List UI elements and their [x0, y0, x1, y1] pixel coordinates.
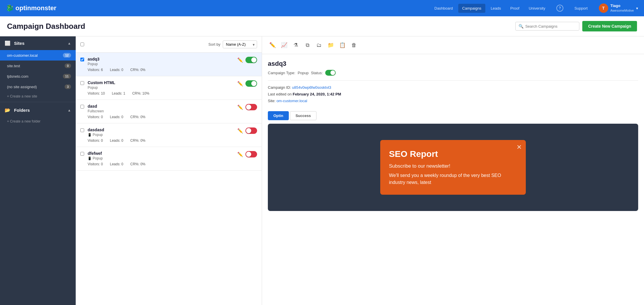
nav-link-dashboard[interactable]: Dashboard: [430, 4, 457, 13]
page-title: Campaign Dashboard: [7, 22, 85, 31]
campaign-leads: Leads: 0: [110, 139, 123, 143]
sidebar-item-badge: 0: [65, 63, 71, 68]
nav-link-campaigns[interactable]: Campaigns: [458, 4, 486, 13]
detail-info: asdq3 Campaign Type: Popup Status: Campa…: [262, 54, 644, 111]
sidebar-item-_no_site_assigned_[interactable]: (no site assigned)3: [0, 81, 76, 92]
user-menu[interactable]: T Tiago AwesomeMotive ▾: [599, 3, 638, 13]
campaign-name: dasdasd: [88, 127, 234, 132]
chevron-down-icon: ▾: [636, 6, 638, 10]
campaign-row[interactable]: dfefwef 📱 Popup Visitors: 0 Leads: 0 CR%…: [76, 147, 262, 171]
campaign-toggle[interactable]: [245, 151, 257, 157]
campaign-checkbox[interactable]: [80, 152, 84, 156]
select-all-checkbox[interactable]: [80, 42, 84, 46]
campaign-checkbox[interactable]: [80, 128, 84, 132]
campaign-name: Custom HTML: [88, 80, 234, 85]
export-toolbar-icon[interactable]: 📋: [338, 40, 347, 50]
campaign-info: dasd Fullscreen Visitors: 0 Leads: 0 CR%…: [88, 104, 234, 119]
filter-toolbar-icon[interactable]: ⚗: [291, 40, 300, 50]
campaign-toggle[interactable]: [245, 104, 257, 110]
campaign-edit-icon[interactable]: ✏️: [237, 128, 243, 134]
sites-icon: ⬜: [5, 41, 10, 46]
sidebar-divider: [0, 102, 76, 102]
toggle-knob: [251, 57, 256, 63]
campaign-row[interactable]: dasdasd 📱 Popup Visitors: 0 Leads: 0 CR%…: [76, 123, 262, 147]
sites-section-header[interactable]: ⬜ Sites ▲: [0, 36, 76, 50]
campaign-visitors: Visitors: 0: [88, 139, 103, 143]
create-site-link[interactable]: + Create a new site: [0, 92, 76, 101]
search-input[interactable]: [525, 24, 576, 29]
campaign-type: Popup: [88, 86, 234, 90]
detail-status-toggle[interactable]: [325, 70, 336, 76]
campaign-edit-icon[interactable]: ✏️: [237, 104, 243, 110]
logo-text: optinmonster: [15, 4, 56, 12]
nav-link-leads[interactable]: Leads: [486, 4, 505, 13]
campaign-toggle[interactable]: [245, 127, 257, 134]
toggle-knob: [246, 128, 251, 133]
campaign-stats: Visitors: 10 Leads: 1 CR%: 10%: [88, 91, 234, 95]
create-folder-link[interactable]: + Create a new folder: [0, 117, 76, 126]
tab-optin[interactable]: Optin: [268, 111, 289, 120]
logo[interactable]: 🐉 optinmonster: [6, 4, 56, 12]
sort-select[interactable]: Name (A-Z) Name (Z-A) Date Created Last …: [223, 40, 257, 48]
campaign-edit-icon[interactable]: ✏️: [237, 152, 243, 157]
support-link[interactable]: Support: [570, 4, 592, 13]
detail-site-link[interactable]: om-customer.local: [277, 99, 307, 103]
campaign-list: asdq3 Popup Visitors: 6 Leads: 0 CR%: 0%…: [76, 53, 262, 171]
campaign-row[interactable]: dasd Fullscreen Visitors: 0 Leads: 0 CR%…: [76, 100, 262, 123]
sidebar-item-badge: 12: [63, 53, 71, 58]
campaign-checkbox[interactable]: [80, 105, 84, 109]
sidebar-item-tjdsneto_com[interactable]: tjdsneto.com11: [0, 71, 76, 81]
campaign-toggle[interactable]: [245, 80, 257, 87]
page-header: Campaign Dashboard 🔍 Create New Campaign: [0, 16, 644, 36]
detail-panel: ✏️📈⚗⧉🗂📁📋🗑 asdq3 Campaign Type: Popup Sta…: [262, 36, 644, 305]
campaign-leads: Leads: 0: [110, 68, 123, 72]
create-campaign-button[interactable]: Create New Campaign: [582, 21, 637, 31]
campaign-name: dfefwef: [88, 151, 234, 156]
tab-success[interactable]: Success: [290, 111, 316, 120]
analytics-toolbar-icon[interactable]: 📈: [279, 40, 289, 50]
campaign-checkbox[interactable]: [80, 81, 84, 85]
sort-bar: Sort by Name (A-Z) Name (Z-A) Date Creat…: [76, 36, 262, 53]
search-icon: 🔍: [519, 24, 523, 29]
nav-link-university[interactable]: University: [525, 4, 549, 13]
toggle-knob: [246, 152, 251, 157]
preview-close-icon[interactable]: ✕: [516, 143, 522, 151]
campaign-info: asdq3 Popup Visitors: 6 Leads: 0 CR%: 0%: [88, 57, 234, 72]
folders-section-header[interactable]: 📂 Folders ▲: [0, 103, 76, 117]
toggle-knob: [246, 104, 251, 110]
user-company: AwesomeMotive: [611, 8, 634, 13]
campaign-info: Custom HTML Popup Visitors: 10 Leads: 1 …: [88, 80, 234, 95]
campaign-stats: Visitors: 0 Leads: 0 CR%: 0%: [88, 162, 234, 166]
folders-icon: 📂: [5, 108, 10, 113]
nav-link-proof[interactable]: Proof: [506, 4, 523, 13]
detail-id-link[interactable]: u854v0wp6fw0sosktvt3: [292, 85, 331, 90]
sidebar-item-label: om-customer.local: [7, 53, 38, 58]
user-name: Tiago: [611, 3, 634, 8]
move-toolbar-icon[interactable]: 📁: [326, 40, 335, 50]
user-info: Tiago AwesomeMotive: [611, 3, 634, 13]
campaign-edit-icon[interactable]: ✏️: [237, 57, 243, 63]
campaign-leads: Leads: 0: [110, 162, 123, 166]
campaign-stats: Visitors: 0 Leads: 0 CR%: 0%: [88, 115, 234, 119]
archive-toolbar-icon[interactable]: 🗂: [314, 40, 324, 50]
sort-select-wrapper: Name (A-Z) Name (Z-A) Date Created Last …: [223, 40, 257, 48]
sites-chevron-icon: ▲: [68, 41, 71, 45]
help-button[interactable]: ?: [556, 5, 563, 12]
delete-toolbar-icon[interactable]: 🗑: [349, 40, 359, 50]
campaign-checkbox[interactable]: [80, 58, 84, 61]
detail-toolbar: ✏️📈⚗⧉🗂📁📋🗑: [262, 36, 644, 54]
detail-id-field: Campaign ID: u854v0wp6fw0sosktvt3: [268, 85, 638, 90]
copy-toolbar-icon[interactable]: ⧉: [303, 40, 312, 50]
preview-body: We'll send you a weekly roundup of the v…: [389, 172, 517, 186]
campaign-visitors: Visitors: 6: [88, 68, 103, 72]
preview-title: SEO Report: [389, 149, 517, 159]
sidebar: ⬜ Sites ▲ om-customer.local12site.test0t…: [0, 36, 76, 305]
campaign-row[interactable]: asdq3 Popup Visitors: 6 Leads: 0 CR%: 0%…: [76, 53, 262, 76]
campaign-edit-icon[interactable]: ✏️: [237, 81, 243, 86]
edit-toolbar-icon[interactable]: ✏️: [268, 40, 277, 50]
sidebar-item-site_test[interactable]: site.test0: [0, 61, 76, 71]
campaign-row[interactable]: Custom HTML Popup Visitors: 10 Leads: 1 …: [76, 76, 262, 100]
detail-type-label: Campaign Type:: [268, 71, 295, 75]
campaign-toggle[interactable]: [245, 57, 257, 63]
sidebar-item-om_customer_local[interactable]: om-customer.local12: [0, 50, 76, 61]
